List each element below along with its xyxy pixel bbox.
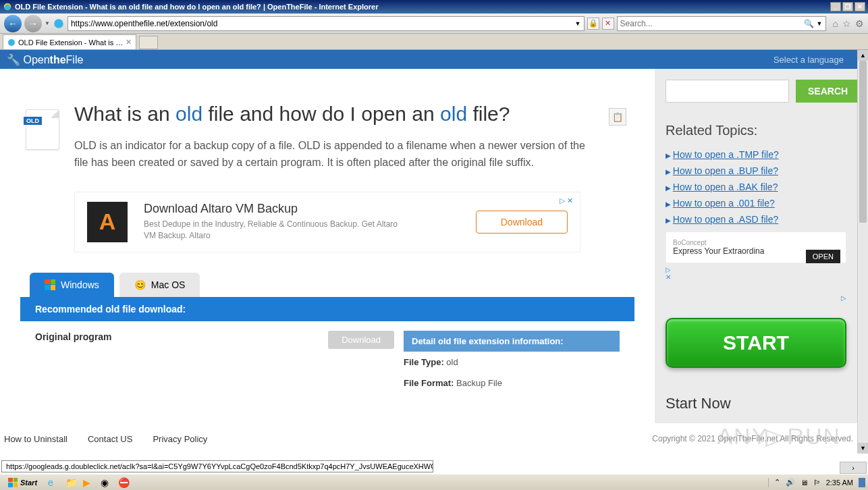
vertical-scrollbar[interactable]: ▲ ▼ [857,50,868,454]
taskbar-stop-icon[interactable]: ⛔ [118,477,129,488]
tray-flag-icon[interactable]: 🏳 [813,479,821,487]
browser-search-bar[interactable]: 🔍 ▼ [617,16,826,31]
maximize-button[interactable]: ❐ [842,2,853,11]
original-program-label: Original program [35,331,112,342]
start-menu-button[interactable]: Start [3,477,43,489]
sidebar-ad-open-button[interactable]: OPEN [806,250,840,263]
page-footer: How to Uninstall Contact US Privacy Poli… [0,425,857,454]
status-bar: https://googleads.g.doubleclick.net/aclk… [1,459,867,474]
detail-head: Detail old file extension information: [404,331,620,352]
ad-download-button[interactable]: Download [476,211,568,234]
windows-logo-icon [8,478,18,487]
ie-icon [3,2,12,11]
tray-expand-icon[interactable]: ⌃ [774,478,780,487]
list-item: How to open a .BAK file? [666,179,846,195]
related-topics-list: How to open a .TMP file? How to open a .… [666,146,846,227]
close-button[interactable]: ✕ [855,2,865,11]
scroll-up-icon[interactable]: ▲ [858,50,868,61]
ad-subtitle: Best Dedupe in the Industry, Reliable & … [144,219,400,242]
svg-point-1 [54,19,63,28]
tab-macos[interactable]: 😊 Mac OS [119,273,200,297]
recommended-content: Original program Download Detail old fil… [20,321,634,403]
finder-icon: 😊 [134,279,146,290]
download-gray-button[interactable]: Download [328,331,394,349]
browser-tab-active[interactable]: OLD File Extension - What is … ✕ [3,34,136,49]
inline-ad: ▷ ✕ A Download Altaro VM Backup Best Ded… [74,192,580,252]
sidebar-search-input[interactable] [666,80,789,103]
file-type-label: File Type: [404,357,444,367]
forward-button[interactable]: → [24,15,42,32]
language-select[interactable]: Select a language [774,55,844,65]
sidebar: SEARCH Related Topics: How to open a .TM… [655,69,857,423]
tab-close-icon[interactable]: ✕ [126,38,132,47]
tray-network-icon[interactable]: 🖥 [801,479,808,487]
windows-icon [45,279,55,290]
recommended-bar: Recommended old file download: [20,297,634,321]
ad-triangle-icon[interactable]: ▷ [666,294,846,302]
tab-windows[interactable]: Windows [30,273,114,297]
search-icon[interactable]: 🔍 [804,19,814,28]
window-title: OLD File Extension - What is an old file… [15,3,830,11]
list-item: How to open a .TMP file? [666,146,846,163]
list-item: How to open a .BUP file? [666,163,846,179]
footer-link-uninstall[interactable]: How to Uninstall [4,434,67,444]
ad-logo: A [87,202,128,242]
tray-clock[interactable]: 2:35 AM [826,479,853,487]
sidebar-search-button[interactable]: SEARCH [796,80,857,103]
start-label: Start [20,479,37,487]
address-bar[interactable]: ▼ [67,16,585,31]
list-item: How to open a .001 file? [666,195,846,211]
sidebar-ad-marks[interactable]: ▷✕ [666,266,846,281]
browser-navbar: ← → ▼ ▼ 🔒 ✕ 🔍 ▼ ⌂ ☆ ⚙ [0,13,868,34]
detail-box: Detail old file extension information: F… [404,331,620,393]
ad-info-icons[interactable]: ▷ ✕ [560,196,573,205]
main-column: OLD 📋 What is an old file and how do I o… [0,69,655,423]
system-tray: ⌃ 🔊 🖥 🏳 2:35 AM [768,478,865,487]
page-title: What is an old file and how do I open an… [74,103,634,126]
scroll-down-icon[interactable]: ▼ [858,443,868,454]
tab-label: OLD File Extension - What is … [18,38,123,47]
minimize-button[interactable]: _ [830,2,841,11]
tray-volume-icon[interactable]: 🔊 [786,478,795,487]
favorites-icon[interactable]: ☆ [842,18,851,29]
os-tabs: Windows 😊 Mac OS [30,273,634,297]
footer-link-contact[interactable]: Contact US [88,434,132,444]
horizontal-scroll-right[interactable]: › [840,462,867,474]
site-logo[interactable]: 🔧 OpentheFile [7,53,83,66]
tab-windows-label: Windows [61,279,99,290]
search-dropdown-icon[interactable]: ▼ [817,20,823,27]
tools-icon[interactable]: ⚙ [855,18,864,29]
sidebar-ad: BoConcept Express Your Extraordina OPEN [666,232,846,263]
ie-small-icon [53,18,65,30]
browser-tabbar: OLD File Extension - What is … ✕ [0,34,868,50]
back-button[interactable]: ← [4,15,22,32]
status-url: https://googleads.g.doubleclick.net/aclk… [1,460,433,472]
file-format-value: Backup File [454,378,502,388]
copy-icon[interactable]: 📋 [609,108,626,126]
start-big-button[interactable]: START [666,318,846,368]
scroll-thumb[interactable] [859,61,867,223]
history-dropdown-icon[interactable]: ▼ [45,20,50,26]
taskbar-ie-icon[interactable]: e [48,477,59,488]
list-item: How to open a .ASD file? [666,211,846,227]
svg-point-2 [8,39,15,46]
footer-link-privacy[interactable]: Privacy Policy [153,434,207,444]
ad-title: Download Altaro VM Backup [144,202,476,216]
stop-icon[interactable]: ✕ [602,18,614,30]
related-topics-heading: Related Topics: [666,123,846,138]
site-header: 🔧 OpentheFile Select a language [0,50,857,69]
home-icon[interactable]: ⌂ [833,18,838,29]
file-type-value: old [444,357,458,367]
tray-desktop-icon[interactable] [859,478,865,487]
browser-search-input[interactable] [620,19,804,28]
taskbar-explorer-icon[interactable]: 📁 [65,477,76,488]
tab-macos-label: Mac OS [151,279,186,290]
url-input[interactable] [71,19,575,28]
file-format-label: File Format: [404,378,454,388]
start-now-heading: Start Now [666,395,846,412]
dropdown-icon[interactable]: ▼ [575,20,581,27]
new-tab-button[interactable] [139,36,158,49]
taskbar-media-icon[interactable]: ▶ [83,477,94,488]
file-type-icon: OLD [26,109,59,150]
taskbar-chrome-icon[interactable]: ◉ [101,477,111,488]
